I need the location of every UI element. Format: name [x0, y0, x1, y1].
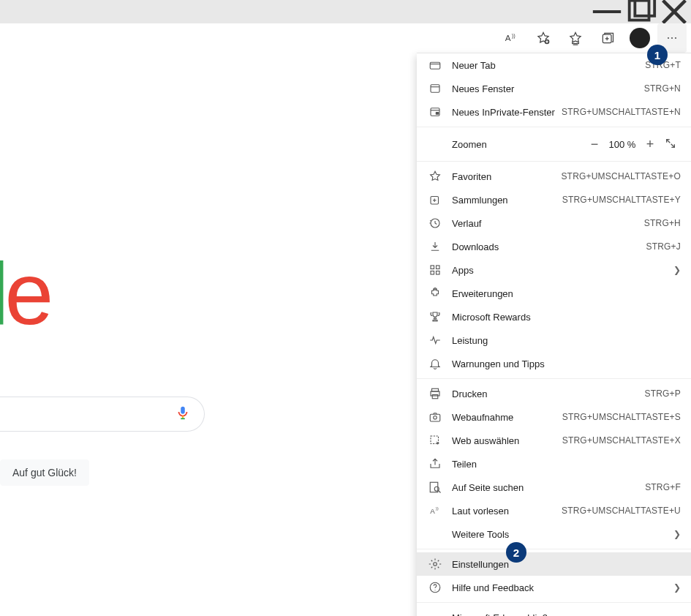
svg-rect-23 — [431, 85, 439, 93]
shortcut-text: STRG+UMSCHALTTASTE+U — [562, 506, 681, 516]
help-icon — [427, 579, 443, 596]
collections-icon — [427, 192, 443, 208]
menu-close-edge[interactable]: Microsoft Edge schließen — [417, 606, 691, 616]
lucky-button[interactable]: Auf gut Glück! — [0, 459, 89, 486]
menu-share[interactable]: Teilen — [417, 452, 691, 476]
svg-rect-34 — [431, 271, 434, 275]
extensions-icon — [427, 285, 443, 301]
menu-alerts[interactable]: Warnungen und Tipps — [417, 352, 691, 375]
chevron-right-icon: ❯ — [673, 265, 681, 275]
zoom-out-button[interactable]: − — [584, 137, 605, 152]
menu-new-window[interactable]: Neues Fenster STRG+N — [417, 77, 691, 100]
svg-text:A: A — [430, 507, 435, 515]
window-icon — [427, 80, 443, 97]
more-menu: Neuer Tab STRG+T Neues Fenster STRG+N Ne… — [417, 53, 691, 616]
menu-downloads[interactable]: Downloads STRG+J — [417, 235, 691, 258]
svg-text:A: A — [505, 33, 511, 42]
mic-icon[interactable] — [175, 405, 191, 424]
menu-item-label: Web auswählen — [452, 435, 562, 446]
menu-favorites[interactable]: Favoriten STRG+UMSCHALTTASTE+O — [417, 165, 691, 188]
window-minimize-button[interactable] — [590, 0, 624, 23]
svg-rect-27 — [436, 112, 439, 115]
inprivate-icon — [427, 104, 443, 120]
menu-item-label: Microsoft Rewards — [452, 312, 681, 323]
apps-icon — [427, 262, 443, 278]
shortcut-text: STRG+UMSCHALTTASTE+Y — [562, 195, 681, 205]
window-maximize-button[interactable] — [624, 0, 657, 23]
menu-separator — [417, 602, 691, 603]
zoom-in-button[interactable]: + — [640, 137, 660, 152]
window-close-button[interactable] — [657, 0, 691, 23]
menu-item-label: Webaufnahme — [452, 412, 562, 423]
bell-icon — [427, 356, 443, 372]
trophy-icon — [427, 309, 443, 325]
svg-rect-18 — [181, 407, 185, 414]
menu-item-label: Hilfe und Feedback — [452, 582, 671, 593]
gear-icon — [427, 556, 443, 572]
collections-button[interactable] — [593, 23, 622, 53]
menu-separator — [417, 127, 691, 127]
menu-web-capture[interactable]: Webaufnahme STRG+UMSCHALTTASTE+S — [417, 405, 691, 429]
menu-read-aloud[interactable]: A)) Laut vorlesen STRG+UMSCHALTTASTE+U — [417, 499, 691, 522]
tab-icon — [427, 57, 443, 73]
svg-line-45 — [439, 491, 441, 493]
browser-toolbar: A)) — [0, 23, 691, 53]
menu-more-tools[interactable]: Weitere Tools ❯ — [417, 522, 691, 546]
svg-rect-33 — [437, 266, 440, 269]
google-logo: gle — [0, 243, 49, 344]
menu-item-label: Auf Seite suchen — [452, 482, 645, 493]
menu-item-label: Microsoft Edge schließen — [452, 612, 681, 617]
chevron-right-icon: ❯ — [673, 582, 681, 593]
menu-history[interactable]: Verlauf STRG+H — [417, 211, 691, 235]
menu-separator — [417, 161, 691, 162]
menu-print[interactable]: Drucken STRG+P — [417, 382, 691, 405]
svg-point-48 — [434, 563, 437, 566]
menu-item-label: Neues Fenster — [452, 83, 644, 94]
svg-rect-39 — [432, 395, 438, 399]
find-icon — [427, 479, 443, 495]
shortcut-text: STRG+H — [644, 218, 681, 228]
menu-new-inprivate[interactable]: Neues InPrivate-Fenster STRG+UMSCHALTTAS… — [417, 100, 691, 124]
menu-settings[interactable]: Einstellungen — [417, 552, 691, 576]
svg-point-17 — [675, 37, 676, 39]
menu-find[interactable]: Auf Seite suchen STRG+F — [417, 476, 691, 499]
svg-point-41 — [434, 416, 437, 420]
menu-collections[interactable]: Sammlungen STRG+UMSCHALTTASTE+Y — [417, 188, 691, 211]
menu-item-label: Neues InPrivate-Fenster — [452, 107, 562, 118]
menu-extensions[interactable]: Erweiterungen — [417, 282, 691, 305]
menu-item-label: Favoriten — [452, 171, 561, 182]
menu-item-label: Sammlungen — [452, 195, 562, 206]
menu-item-label: Einstellungen — [452, 559, 681, 570]
menu-help[interactable]: Hilfe und Feedback ❯ — [417, 576, 691, 599]
shortcut-text: STRG+UMSCHALTTASTE+N — [562, 107, 681, 117]
menu-item-label: Laut vorlesen — [452, 506, 562, 517]
share-icon — [427, 456, 443, 472]
menu-web-select[interactable]: Web auswählen STRG+UMSCHALTTASTE+X — [417, 429, 691, 452]
svg-rect-2 — [635, 0, 654, 16]
favorites-button[interactable] — [561, 23, 590, 53]
shortcut-text: STRG+P — [644, 388, 681, 399]
shortcut-text: STRG+N — [644, 83, 681, 94]
menu-rewards[interactable]: Microsoft Rewards — [417, 305, 691, 328]
menu-performance[interactable]: Leistung — [417, 328, 691, 352]
avatar-icon — [630, 28, 650, 48]
svg-rect-35 — [437, 271, 440, 275]
fullscreen-button[interactable] — [660, 138, 681, 151]
svg-point-44 — [434, 487, 439, 491]
menu-item-label: Teilen — [452, 459, 681, 470]
select-icon — [427, 432, 443, 448]
menu-item-label: Drucken — [452, 388, 644, 399]
menu-apps[interactable]: Apps ❯ — [417, 258, 691, 282]
svg-point-15 — [668, 37, 669, 39]
svg-rect-32 — [431, 266, 434, 269]
zoom-label: Zoomen — [452, 139, 584, 150]
window-titlebar — [0, 0, 691, 23]
step-callout-1: 1 — [647, 45, 668, 65]
menu-separator — [417, 549, 691, 549]
read-aloud-button[interactable]: A)) — [496, 23, 526, 53]
search-input[interactable] — [0, 397, 205, 432]
add-favorite-button[interactable] — [529, 23, 558, 53]
menu-item-label: Apps — [452, 265, 671, 276]
menu-item-label: Weitere Tools — [452, 529, 671, 540]
menu-item-label: Warnungen und Tipps — [452, 358, 681, 369]
